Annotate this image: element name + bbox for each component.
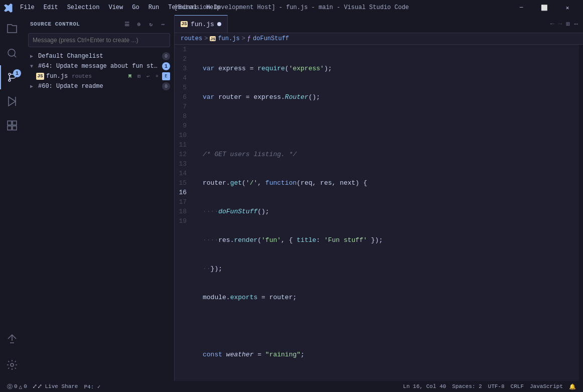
tabs-right-actions: ← → ⊞ ⋯ — [545, 15, 583, 33]
menu-run[interactable]: Run — [144, 3, 164, 12]
main-content: 1 Source Control — [0, 15, 583, 381]
code-line-3 — [203, 121, 579, 130]
status-bar-right: Ln 16, Col 40 Spaces: 2 UTF-8 CRLF JavaS… — [400, 381, 579, 392]
changelist-64[interactable]: ▼ #64: Update message about fun st... 1 — [24, 61, 174, 71]
code-line-8: ··}); — [203, 264, 579, 274]
sidebar-title: Source Control ☰ ⊕ ↻ ⋯ — [24, 15, 174, 33]
line-num-18: 18 — [175, 207, 193, 216]
svg-rect-6 — [8, 121, 12, 125]
maximize-button[interactable]: ⬜ — [533, 0, 556, 15]
changelist-64-badge: 1 — [162, 62, 170, 70]
split-editor-button[interactable]: ⊞ — [565, 19, 571, 29]
tab-label: fun.js — [191, 21, 214, 28]
changelist-60-label: #60: Update readme — [38, 83, 160, 90]
status-cursor-position[interactable]: Ln 16, Col 40 — [400, 381, 449, 392]
code-editor[interactable]: 1 2 3 4 5 6 7 8 9 10 11 12 13 14 15 16 1… — [175, 45, 583, 381]
changelist-default[interactable]: ▶ Default Changelist 0 — [24, 51, 174, 61]
tab-js-icon: JS — [181, 21, 188, 27]
status-notifications[interactable]: 🔔 — [566, 381, 579, 392]
file-path: routes — [72, 73, 92, 79]
tab-bar: JS fun.js ← → ⊞ ⋯ — [175, 15, 583, 33]
line-num-16: 16 — [175, 188, 193, 197]
activity-source-control[interactable]: 1 — [0, 65, 24, 89]
activity-extensions[interactable] — [0, 113, 24, 138]
sidebar-icon-more[interactable]: ⋯ — [158, 19, 168, 29]
line-num-14: 14 — [175, 169, 193, 178]
titlebar: File Edit Selection View Go Run Terminal… — [0, 0, 583, 15]
spaces-label: Spaces: 2 — [452, 383, 482, 389]
file-entry-funjs[interactable]: JS fun.js routes M ⊞ ↩ + E — [24, 71, 174, 81]
js-file-icon: JS — [36, 73, 44, 80]
error-count: 0 — [14, 383, 18, 389]
sidebar: Source Control ☰ ⊕ ↻ ⋯ ▶ Default Changel… — [24, 15, 175, 381]
p4-label: P4: ✓ — [84, 383, 100, 390]
warning-icon: △ — [19, 383, 23, 390]
file-action-discard[interactable]: ↩ — [144, 72, 152, 80]
code-line-7: ····res.render('fun', { title: 'Fun stuf… — [203, 235, 579, 245]
code-line-1: var express = require('express'); — [203, 64, 579, 73]
file-action-open-file[interactable]: ⊞ — [135, 72, 143, 80]
status-bar-left: ⓪ 0 △ 0 ⑇ ⑇ Live Share P4: ✓ — [4, 381, 104, 392]
breadcrumb-routes[interactable]: routes — [181, 35, 202, 42]
line-num-3: 3 — [175, 64, 193, 73]
changelist-default-badge: 0 — [162, 52, 170, 60]
activity-explorer[interactable] — [0, 17, 24, 41]
activity-liveshare[interactable] — [0, 329, 24, 353]
code-line-4: /* GET users listing. */ — [203, 150, 579, 159]
menu-view[interactable]: View — [104, 3, 127, 12]
code-line-6: ····doFunStuff(); — [203, 207, 579, 216]
more-actions-button[interactable]: ⋯ — [573, 19, 579, 29]
status-spaces[interactable]: Spaces: 2 — [449, 381, 485, 392]
file-action-open[interactable]: M — [126, 72, 134, 80]
code-content[interactable]: var express = require('express'); var ro… — [199, 45, 579, 381]
file-action-stage[interactable]: + — [153, 72, 161, 80]
source-control-badge: 1 — [13, 69, 21, 77]
svg-point-1 — [9, 73, 11, 75]
line-num-9: 9 — [175, 121, 193, 130]
tab-funjs[interactable]: JS fun.js — [175, 15, 228, 33]
menu-edit[interactable]: Edit — [40, 3, 62, 12]
activity-run[interactable] — [0, 89, 24, 113]
breadcrumb: routes > JS fun.js > ƒ doFunStuff — [175, 33, 583, 45]
status-liveshare[interactable]: ⑇ ⑇ Live Share — [30, 381, 81, 392]
status-encoding[interactable]: UTF-8 — [485, 381, 508, 392]
status-eol[interactable]: CRLF — [508, 381, 527, 392]
menu-file[interactable]: File — [16, 3, 39, 12]
commit-message-input[interactable] — [28, 33, 170, 47]
status-language[interactable]: JavaScript — [527, 381, 566, 392]
status-errors[interactable]: ⓪ 0 △ 0 — [4, 381, 30, 392]
close-button[interactable]: ✕ — [556, 0, 579, 15]
activity-search[interactable] — [0, 41, 24, 65]
status-p4[interactable]: P4: ✓ — [81, 381, 103, 392]
sidebar-icon-refresh[interactable]: ↻ — [146, 19, 156, 29]
file-action-extra[interactable]: E — [162, 72, 170, 80]
line-num-7: 7 — [175, 102, 193, 111]
changelist-60-badge: 0 — [162, 82, 170, 90]
line-num-2: 2 — [175, 54, 193, 64]
activity-settings[interactable] — [0, 353, 24, 377]
svg-rect-9 — [13, 126, 17, 130]
line-numbers: 1 2 3 4 5 6 7 8 9 10 11 12 13 14 15 16 1… — [175, 45, 199, 381]
line-num-8: 8 — [175, 111, 193, 121]
line-num-11: 11 — [175, 140, 193, 150]
navigate-back-button[interactable]: ← — [549, 19, 555, 29]
line-num-6: 6 — [175, 92, 193, 102]
line-num-10: 10 — [175, 130, 193, 140]
error-icon: ⓪ — [7, 383, 13, 390]
activity-bar: 1 — [0, 15, 24, 381]
line-num-15: 15 — [175, 178, 193, 188]
menu-selection[interactable]: Selection — [63, 3, 104, 12]
breadcrumb-file[interactable]: fun.js — [218, 35, 239, 42]
line-num-19: 19 — [175, 216, 193, 226]
navigate-forward-button[interactable]: → — [557, 19, 563, 29]
minimize-button[interactable]: ─ — [510, 0, 533, 15]
breadcrumb-function[interactable]: doFunStuff — [253, 35, 289, 42]
sidebar-icon-list[interactable]: ☰ — [122, 19, 132, 29]
sidebar-icon-branch[interactable]: ⊕ — [134, 19, 144, 29]
changelist-60[interactable]: ▶ #60: Update readme 0 — [24, 81, 174, 91]
eol-label: CRLF — [511, 383, 524, 389]
svg-point-0 — [8, 49, 15, 56]
line-num-5: 5 — [175, 83, 193, 92]
menu-go[interactable]: Go — [128, 3, 143, 12]
code-line-10 — [203, 321, 579, 331]
